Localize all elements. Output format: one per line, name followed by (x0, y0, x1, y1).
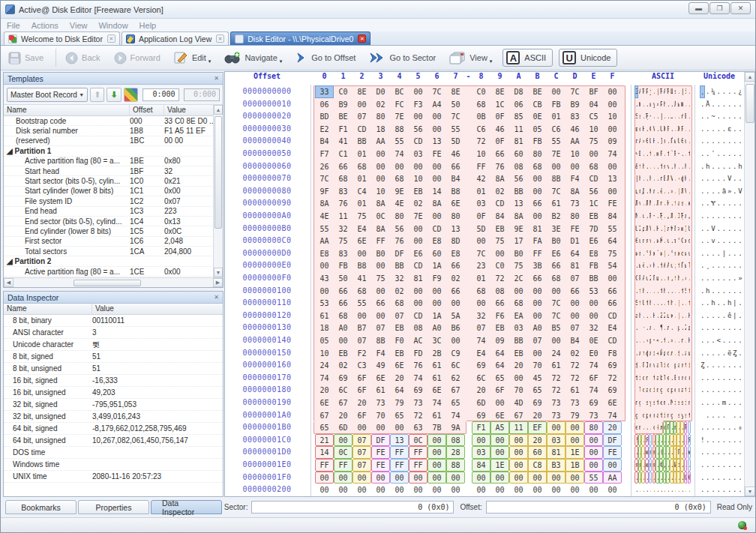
unicode-char[interactable]: . (737, 372, 742, 385)
unicode-char[interactable]: . (710, 372, 716, 385)
unicode-char[interactable]: . (716, 459, 722, 472)
unicode-char[interactable]: . (732, 397, 737, 409)
hex-byte[interactable]: 07 (352, 459, 371, 472)
unicode-char[interactable]: . (716, 397, 722, 409)
hex-byte[interactable]: C0 (334, 85, 352, 98)
hex-byte[interactable]: C5 (584, 110, 603, 123)
hex-byte[interactable]: FF (390, 459, 409, 472)
hex-byte[interactable]: 70 (528, 359, 547, 372)
unicode-char[interactable]: . (732, 472, 737, 484)
hex-byte[interactable]: DF (390, 247, 409, 260)
hex-byte[interactable]: CB (528, 98, 547, 111)
hex-byte[interactable]: 46 (490, 123, 509, 136)
ascii-toggle-button[interactable]: A ASCII (502, 49, 553, 67)
unicode-char[interactable]: . (727, 148, 732, 160)
hex-byte[interactable]: 00 (409, 484, 428, 496)
unicode-char[interactable]: . (732, 334, 737, 347)
hex-byte[interactable]: 61 (547, 359, 566, 372)
hex-byte[interactable]: 10 (315, 347, 334, 360)
ascii-char[interactable]: . (688, 98, 692, 111)
hex-byte[interactable]: 26 (315, 160, 334, 173)
templates-vscrollbar[interactable]: ▲ ▼ (213, 105, 223, 277)
hex-byte[interactable]: 00 (334, 334, 352, 347)
ascii-char[interactable] (688, 421, 692, 434)
hex-byte[interactable]: 74 (472, 334, 490, 347)
hex-byte[interactable]: F7 (315, 148, 334, 160)
tab-1[interactable]: Application Log View✕ (122, 31, 229, 45)
hex-byte[interactable]: 66 (603, 297, 622, 310)
hex-byte[interactable]: 00 (566, 310, 584, 322)
hex-byte[interactable]: 81 (528, 223, 547, 235)
unicode-char[interactable]: . (737, 434, 742, 447)
ascii-char[interactable]: . (659, 472, 663, 484)
hex-byte[interactable]: 00 (490, 247, 509, 260)
hex-byte[interactable]: 00 (528, 347, 547, 360)
hex-byte[interactable]: 09 (490, 334, 509, 347)
hex-byte[interactable]: 7C (547, 185, 566, 198)
unicode-char[interactable]: ë (727, 347, 732, 360)
ascii-char[interactable]: r (688, 372, 692, 385)
hex-byte[interactable]: 80 (528, 148, 547, 160)
hex-byte[interactable]: 00 (409, 472, 428, 484)
hex-byte[interactable]: 53 (315, 297, 334, 310)
hex-byte[interactable]: 06 (315, 98, 334, 111)
hex-byte[interactable]: C1 (334, 148, 352, 160)
hex-byte[interactable]: 00 (490, 472, 509, 484)
ascii-char[interactable]: Н (688, 310, 692, 322)
hex-byte[interactable]: 8E (446, 85, 465, 98)
hex-byte[interactable]: 74 (603, 148, 622, 160)
hex-byte[interactable]: E4 (603, 322, 622, 334)
unicode-char[interactable]: . (737, 235, 742, 247)
ascii-char[interactable]: . (688, 135, 692, 148)
hex-byte[interactable]: 00 (490, 446, 509, 459)
hex-byte[interactable]: 06 (509, 98, 528, 111)
hex-byte[interactable]: D0 (371, 85, 390, 98)
hex-byte[interactable]: 00 (428, 285, 446, 298)
unicode-char[interactable]: . (722, 148, 727, 160)
unicode-char[interactable]: . (727, 247, 732, 260)
hex-byte[interactable]: 6F (352, 372, 371, 385)
hex-byte[interactable]: 3C (428, 334, 446, 347)
unicode-char[interactable]: . (710, 484, 716, 496)
hex-byte[interactable]: FE (603, 197, 622, 210)
template-row[interactable]: End head1C3223 (4, 207, 223, 217)
hex-byte[interactable]: 61 (547, 197, 566, 210)
template-row[interactable]: End cylinder (lower 8 bits)1C50x0C (4, 226, 223, 236)
unicode-char[interactable]: . (722, 297, 727, 310)
hex-byte[interactable]: A4 (428, 98, 446, 111)
hex-byte[interactable]: 55 (446, 123, 465, 136)
hex-byte[interactable]: B9 (334, 98, 352, 111)
hex-byte[interactable]: 00 (584, 446, 603, 459)
unicode-char[interactable]: . (737, 409, 742, 422)
unicode-char[interactable]: . (705, 347, 710, 360)
unicode-char[interactable]: . (700, 322, 705, 334)
unicode-char[interactable]: . (737, 459, 742, 472)
hex-byte[interactable]: 13 (603, 172, 622, 185)
unicode-char[interactable]: Ȁ (705, 98, 710, 111)
minimize-button[interactable]: ▬ (688, 2, 709, 14)
hex-byte[interactable]: 07 (371, 322, 390, 334)
hex-byte[interactable]: 00 (528, 285, 547, 298)
hex-byte[interactable]: 24 (315, 359, 334, 372)
unicode-char[interactable]: . (737, 285, 742, 298)
hex-byte[interactable]: 1E (490, 459, 509, 472)
ascii-char[interactable]: . (688, 85, 692, 98)
unicode-char[interactable]: . (710, 421, 716, 434)
hex-byte[interactable]: 20 (334, 409, 352, 422)
ascii-char[interactable]: я (634, 459, 638, 472)
hex-byte[interactable]: 9F (315, 185, 334, 198)
unicode-char[interactable]: . (716, 310, 722, 322)
unicode-char[interactable]: . (700, 397, 705, 409)
unicode-char[interactable]: . (732, 148, 737, 160)
hex-byte[interactable]: 76 (490, 160, 509, 173)
hex-byte[interactable]: 00 (390, 472, 409, 484)
hex-byte[interactable]: 60 (509, 148, 528, 160)
hex-byte[interactable]: 69 (528, 397, 547, 409)
hex-byte[interactable]: 8A (371, 223, 390, 235)
hex-byte[interactable]: 65 (315, 421, 334, 434)
unicode-char[interactable]: . (732, 98, 737, 111)
inspector-row[interactable]: 8 bit, unsigned51 (4, 363, 223, 375)
unicode-char[interactable]: . (722, 110, 727, 123)
hex-byte[interactable]: 5D (446, 135, 465, 148)
hex-byte[interactable]: 17 (509, 235, 528, 247)
